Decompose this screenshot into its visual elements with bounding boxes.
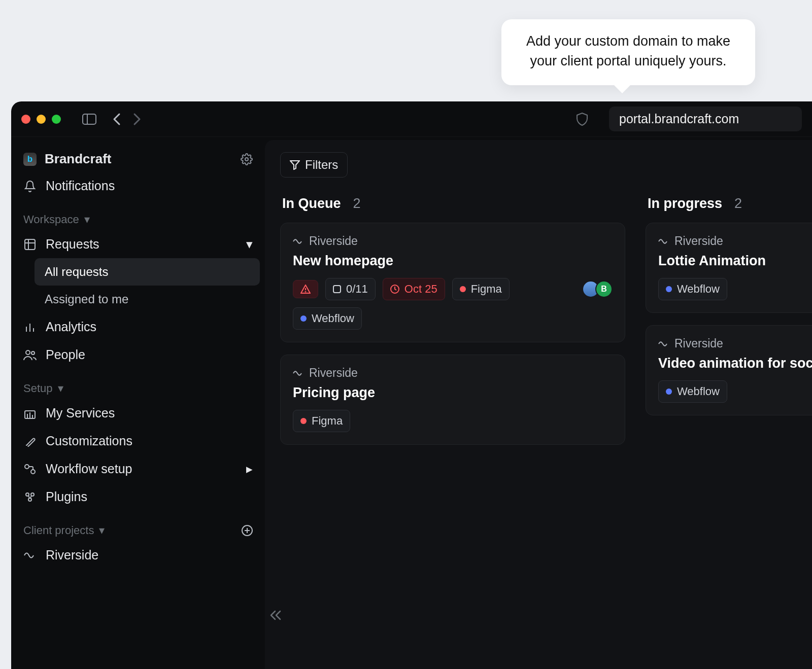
window-close-button[interactable] [21, 115, 30, 124]
sidebar-item-label: People [46, 347, 85, 362]
clock-icon [390, 285, 399, 294]
label-tag: Webflow [293, 307, 362, 330]
content-area: b Brandcraft Notifications Workspace ▾ [11, 137, 812, 669]
label-color-dot [460, 286, 466, 292]
sidebar-item-label: Notifications [46, 179, 115, 193]
caret-down-icon: ▾ [58, 382, 63, 395]
checkbox-icon [333, 285, 341, 293]
main-panel: Filters In Queue 2 Rive [265, 140, 812, 669]
address-bar[interactable]: portal.brandcraft.com [609, 107, 802, 131]
window-maximize-button[interactable] [52, 115, 61, 124]
svg-line-20 [28, 496, 29, 498]
avatar[interactable]: B [595, 280, 613, 298]
svg-point-2 [245, 158, 248, 161]
caret-right-icon: ▸ [246, 462, 253, 476]
brush-icon [23, 436, 37, 447]
caret-down-icon: ▾ [246, 237, 253, 252]
label-text: Figma [471, 283, 502, 296]
label-text: Webflow [677, 283, 720, 296]
label-tag: Figma [293, 410, 350, 432]
sidebar-toggle-icon[interactable] [82, 114, 96, 125]
sidebar-item-plugins[interactable]: Plugins [16, 483, 260, 511]
sidebar-project-riverside[interactable]: Riverside [16, 541, 260, 569]
section-workspace[interactable]: Workspace ▾ [16, 200, 260, 230]
svg-point-16 [31, 470, 35, 474]
address-text: portal.brandcraft.com [619, 112, 739, 126]
card-title: New homepage [293, 253, 613, 269]
card-project-name: Riverside [674, 234, 723, 248]
label-tag: Webflow [658, 278, 727, 300]
assignees: B [586, 280, 613, 298]
label-text: Webflow [677, 385, 720, 398]
column-count: 2 [734, 196, 742, 212]
request-card[interactable]: Riverside Video animation for soc Webflo… [646, 325, 812, 415]
column-header: In Queue 2 [280, 196, 625, 212]
filters-label: Filters [305, 158, 338, 172]
label-tag: Figma [452, 278, 510, 300]
column-in-queue: In Queue 2 Riverside New homepage [280, 196, 625, 457]
sidebar-subitem-assigned-to-me[interactable]: Assigned to me [35, 286, 260, 313]
progress-text: 0/11 [346, 283, 368, 296]
sidebar-item-analytics[interactable]: Analytics [16, 313, 260, 341]
label-text: Figma [312, 414, 343, 428]
sidebar-item-people[interactable]: People [16, 341, 260, 369]
svg-point-10 [31, 351, 35, 355]
card-project: Riverside [658, 234, 812, 248]
brand-row[interactable]: b Brandcraft [16, 146, 260, 172]
warning-badge [293, 280, 318, 298]
card-project-name: Riverside [309, 366, 358, 380]
card-title: Video animation for soc [658, 356, 812, 371]
wave-icon [23, 552, 37, 559]
due-date-badge: Oct 25 [383, 278, 445, 300]
window-minimize-button[interactable] [37, 115, 46, 124]
custom-domain-tooltip: Add your custom domain to make your clie… [501, 19, 755, 85]
card-project-name: Riverside [674, 337, 723, 350]
card-project: Riverside [658, 337, 812, 350]
label-color-dot [300, 418, 307, 424]
label-color-dot [300, 315, 307, 322]
nav-forward-button[interactable] [133, 113, 141, 126]
request-card[interactable]: Riverside Pricing page Figma [280, 355, 625, 445]
wave-icon [658, 341, 668, 347]
sidebar-item-my-services[interactable]: My Services [16, 399, 260, 427]
svg-rect-0 [83, 114, 96, 124]
section-setup[interactable]: Setup ▾ [16, 369, 260, 399]
column-title: In progress [648, 196, 722, 212]
sidebar-item-label: Workflow setup [46, 462, 132, 476]
sidebar-item-requests[interactable]: Requests ▾ [16, 230, 260, 258]
brand-logo-icon: b [23, 153, 37, 166]
sidebar-subitem-all-requests[interactable]: All requests [35, 258, 260, 286]
sidebar-item-customizations[interactable]: Customizations [16, 427, 260, 455]
caret-down-icon: ▾ [84, 213, 90, 226]
nav-back-button[interactable] [113, 113, 121, 126]
label-text: Webflow [312, 312, 354, 325]
filters-button[interactable]: Filters [280, 152, 348, 178]
sidebar-item-workflow-setup[interactable]: Workflow setup ▸ [16, 455, 260, 483]
svg-point-9 [26, 350, 30, 355]
add-project-button[interactable] [242, 525, 253, 536]
kanban-columns: In Queue 2 Riverside New homepage [280, 196, 812, 457]
avatar-initial: B [601, 285, 607, 294]
wave-icon [293, 238, 303, 244]
request-card[interactable]: Riverside Lottie Animation Webflow [646, 223, 812, 313]
svg-point-27 [306, 292, 306, 292]
progress-badge: 0/11 [325, 278, 376, 300]
sidebar-item-notifications[interactable]: Notifications [16, 172, 260, 200]
bar-chart-icon [23, 322, 37, 333]
column-header: In progress 2 [646, 196, 812, 212]
shield-icon [577, 113, 588, 126]
section-client-projects[interactable]: Client projects ▾ [16, 511, 260, 541]
svg-point-15 [25, 465, 29, 469]
sidebar-item-label: Assigned to me [45, 292, 128, 306]
svg-marker-25 [290, 161, 299, 169]
people-icon [23, 349, 37, 361]
traffic-lights [21, 115, 61, 124]
card-project-name: Riverside [309, 234, 358, 248]
request-card[interactable]: Riverside New homepage 0/11 [280, 223, 625, 342]
label-color-dot [666, 286, 672, 292]
plugins-icon [23, 491, 37, 503]
settings-button[interactable] [241, 153, 253, 165]
sidebar-item-label: My Services [46, 406, 115, 420]
svg-point-19 [28, 498, 31, 501]
collapse-sidebar-button[interactable] [270, 610, 281, 620]
